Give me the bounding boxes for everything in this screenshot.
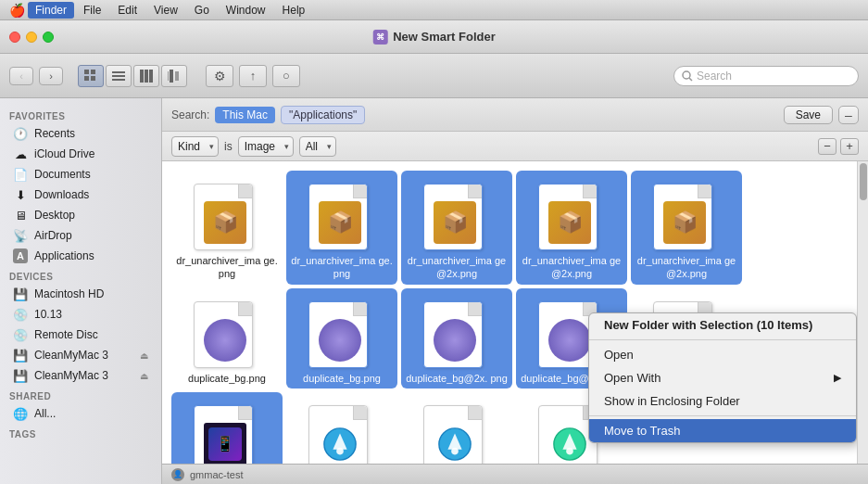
forward-button[interactable]: › — [39, 67, 63, 85]
svg-rect-4 — [112, 71, 125, 73]
sidebar-item-all[interactable]: 🌐 All... — [4, 403, 157, 424]
scope-select[interactable]: All — [299, 136, 336, 157]
ctx-new-folder[interactable]: New Folder with Selection (10 Items) — [589, 313, 856, 337]
applications-tag[interactable]: "Applications" — [281, 106, 365, 124]
ctx-divider-1 — [589, 339, 856, 340]
filter-remove-button[interactable]: − — [818, 138, 837, 155]
file-grid: 📦 dr_unarchiver_ima ge.png 📦 dr_unarchiv… — [162, 161, 857, 464]
file-item[interactable]: 📦 dr_unarchiver_ima ge.png — [171, 171, 283, 285]
ctx-open-with[interactable]: Open With ▶ — [589, 366, 856, 389]
back-button[interactable]: ‹ — [9, 67, 33, 85]
icon-view-button[interactable] — [78, 65, 104, 87]
this-mac-tag[interactable]: This Mac — [215, 107, 275, 123]
sidebar-item-recents[interactable]: 🕐 Recents — [4, 123, 157, 144]
svg-rect-1 — [91, 70, 95, 74]
file-item[interactable]: duplicate_bg.png — [286, 288, 397, 388]
file-item[interactable]: duplicate_bg@2x. png — [401, 288, 512, 388]
sidebar-item-cleanmymac-1[interactable]: 💾 CleanMyMac 3 ⏏ — [4, 345, 157, 365]
sidebar-item-remote-disc[interactable]: 💿 Remote Disc — [4, 325, 157, 345]
column-view-button[interactable] — [133, 65, 159, 87]
kind-select[interactable]: Kind — [171, 136, 219, 157]
coverflow-view-button[interactable] — [161, 65, 187, 87]
sidebar-item-label: Recents — [34, 127, 75, 140]
sidebar-item-cleanmymac-2[interactable]: 💾 CleanMyMac 3 ⏏ — [4, 365, 157, 386]
search-bar: Search: This Mac "Applications" Save – — [162, 98, 868, 132]
apple-menu[interactable]: 🍎 — [7, 1, 26, 19]
save-button[interactable]: Save — [784, 106, 833, 124]
file-item[interactable]: duplicate_bg.png — [171, 288, 283, 388]
scroll-track[interactable] — [857, 161, 868, 464]
tag-button[interactable]: ○ — [272, 65, 300, 87]
view-buttons — [78, 65, 187, 87]
file-thumbnail: 📦 — [649, 176, 723, 250]
file-item[interactable]: icon_drsafety.png — [286, 392, 397, 464]
file-name: duplicate_bg@2x. png — [406, 372, 508, 385]
file-item[interactable]: 📦 dr_unarchiver_ima ge.png — [286, 171, 397, 285]
sidebar-item-label: All... — [34, 407, 56, 420]
is-label: is — [224, 140, 233, 153]
menu-window[interactable]: Window — [219, 2, 273, 19]
svg-rect-3 — [91, 76, 95, 81]
toolbar: ‹ › ⚙ ↑ ○ Search — [0, 54, 868, 98]
sidebar-item-label: AirDrop — [34, 229, 72, 242]
file-item[interactable]: 📱 homeScreen.png — [171, 392, 283, 464]
sidebar-item-desktop[interactable]: 🖥 Desktop — [4, 205, 157, 225]
maximize-button[interactable] — [43, 32, 54, 43]
list-view-button[interactable] — [106, 65, 132, 87]
sidebar-item-macintosh-hd[interactable]: 💾 Macintosh HD — [4, 284, 157, 304]
sidebar-item-label: Applications — [34, 249, 94, 262]
main-layout: Favorites 🕐 Recents ☁ iCloud Drive 📄 Doc… — [0, 98, 868, 484]
menu-help[interactable]: Help — [275, 2, 313, 19]
menu-go[interactable]: Go — [187, 2, 217, 19]
image-select-wrap[interactable]: Image — [238, 136, 294, 157]
sidebar-item-applications[interactable]: A Applications — [4, 246, 157, 266]
search-box[interactable]: Search — [673, 66, 859, 86]
menu-view[interactable]: View — [146, 2, 185, 19]
minus-button[interactable]: – — [838, 106, 859, 124]
ctx-show-enclosing[interactable]: Show in Enclosing Folder — [589, 389, 856, 413]
close-button[interactable] — [9, 32, 20, 43]
file-item[interactable]: 📦 dr_unarchiver_ima ge@2x.png — [401, 171, 512, 285]
filter-bar: Kind is Image All − + — [162, 132, 868, 161]
user-avatar: 👤 — [171, 468, 184, 481]
ctx-open[interactable]: Open — [589, 343, 856, 366]
sidebar-item-icloud[interactable]: ☁ iCloud Drive — [4, 144, 157, 164]
sidebar-item-label: 10.13 — [34, 308, 62, 321]
menubar: 🍎 Finder File Edit View Go Window Help — [0, 0, 868, 20]
minimize-button[interactable] — [26, 32, 37, 43]
file-item[interactable]: 📦 dr_unarchiver_ima ge@2x.png — [631, 171, 742, 285]
sidebar-item-downloads[interactable]: ⬇ Downloads — [4, 185, 157, 205]
action-button[interactable]: ⚙ — [206, 65, 233, 87]
cleanmymac-icon-2: 💾 — [13, 368, 28, 383]
sidebar-item-airdrop[interactable]: 📡 AirDrop — [4, 225, 157, 246]
ctx-divider-2 — [589, 415, 856, 416]
file-item[interactable]: icon_drsafety.png — [401, 392, 512, 464]
ctx-move-to-trash[interactable]: Move to Trash — [589, 419, 856, 442]
scope-select-wrap[interactable]: All — [299, 136, 336, 157]
eject-icon-1[interactable]: ⏏ — [140, 350, 148, 361]
image-select[interactable]: Image — [238, 136, 294, 157]
shared-label: Shared — [0, 386, 161, 403]
cleanmymac-icon-1: 💾 — [13, 348, 28, 363]
svg-rect-5 — [112, 75, 125, 77]
file-thumbnail: 📦 — [305, 176, 379, 250]
svg-rect-0 — [84, 70, 89, 74]
sidebar-item-1013[interactable]: 💿 10.13 — [4, 304, 157, 325]
svg-point-13 — [683, 71, 690, 79]
sidebar-item-label: CleanMyMac 3 — [34, 349, 108, 362]
share-button[interactable]: ↑ — [239, 65, 267, 87]
desktop-icon: 🖥 — [13, 208, 28, 223]
kind-select-wrap[interactable]: Kind — [171, 136, 219, 157]
svg-point-23 — [566, 448, 573, 455]
eject-icon-2[interactable]: ⏏ — [140, 371, 148, 381]
menu-edit[interactable]: Edit — [110, 2, 145, 19]
sidebar-item-documents[interactable]: 📄 Documents — [4, 164, 157, 185]
png-paper: 📦 — [538, 184, 598, 250]
menu-file[interactable]: File — [76, 2, 108, 19]
file-item[interactable]: 📦 dr_unarchiver_ima ge@2x.png — [516, 171, 627, 285]
menu-finder[interactable]: Finder — [28, 2, 74, 19]
file-thumbnail — [190, 294, 264, 368]
file-name: dr_unarchiver_ima ge@2x.png — [521, 254, 623, 281]
filter-add-button[interactable]: + — [840, 138, 859, 155]
svg-point-17 — [336, 448, 344, 455]
